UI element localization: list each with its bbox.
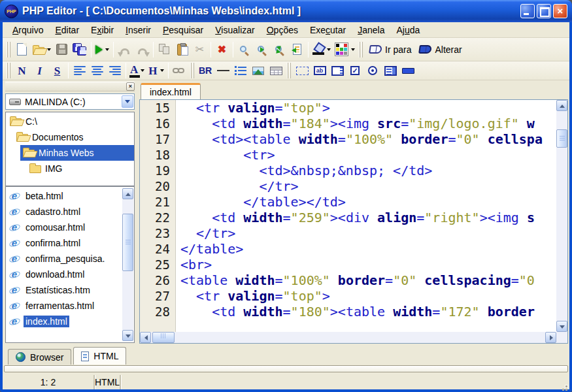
- copy-button[interactable]: [156, 41, 173, 59]
- title-bar[interactable]: PHP PHP Editor - [ C:\Documentos\Minhas …: [0, 0, 572, 22]
- code-editor[interactable]: 15 <tr valign="top">16 <td width="184"><…: [140, 100, 556, 332]
- scroll-track[interactable]: [151, 332, 545, 343]
- menu-item-opc-o-es[interactable]: Opções: [261, 23, 304, 37]
- paste-button[interactable]: [173, 41, 191, 59]
- goto-button[interactable]: Ir para: [365, 41, 415, 59]
- tree-item-img[interactable]: IMG: [27, 161, 134, 176]
- minimize-button[interactable]: [520, 4, 535, 18]
- menu-item-exibir[interactable]: Exibir: [85, 23, 120, 37]
- find-in-files-button[interactable]: [288, 41, 306, 59]
- toolbar-gripper[interactable]: [359, 42, 363, 57]
- code-line-18[interactable]: 18 <tr>: [140, 147, 556, 163]
- scroll-right-button[interactable]: [545, 332, 556, 343]
- file-item-ferramentas-html[interactable]: eferramentas.html: [6, 298, 122, 314]
- toolbar-gripper[interactable]: [287, 63, 292, 78]
- align-left-button[interactable]: [71, 61, 88, 80]
- bold-button[interactable]: N: [13, 61, 31, 80]
- tree-item-minhas-webs[interactable]: Minhas Webs: [20, 145, 134, 161]
- toolbar-gripper[interactable]: [190, 63, 195, 78]
- code-line-21[interactable]: 21 </table></td>: [140, 194, 556, 210]
- align-center-button[interactable]: [88, 61, 106, 80]
- checkbox-button[interactable]: ✓: [346, 61, 364, 80]
- textarea-button[interactable]: [329, 61, 346, 80]
- code-line-17[interactable]: 17 <td><table width="100%" border="0" ce…: [140, 131, 556, 147]
- drive-selector[interactable]: MAILINDA (C:): [5, 93, 135, 110]
- code-line-24[interactable]: 24</table>: [140, 241, 556, 257]
- save-button[interactable]: [53, 41, 71, 59]
- file-item-download-html[interactable]: edownload.html: [6, 267, 122, 282]
- drive-dropdown-button[interactable]: [122, 95, 133, 108]
- image-button[interactable]: [250, 61, 267, 80]
- code-line-19[interactable]: 19 <td>&nbsp;&nbsp; </td>: [140, 163, 556, 178]
- code-line-23[interactable]: 23 </tr>: [140, 225, 556, 241]
- line-break-button[interactable]: BR: [197, 61, 214, 80]
- code-line-25[interactable]: 25<br>: [140, 257, 556, 272]
- menu-item-executar[interactable]: Executar: [304, 23, 352, 37]
- underline-button[interactable]: S: [48, 61, 66, 80]
- push-button-button[interactable]: [399, 61, 417, 80]
- file-item-cadastro-html[interactable]: ecadastro.html: [6, 204, 122, 220]
- menu-item-pesquisar[interactable]: Pesquisar: [157, 23, 209, 37]
- redo-button[interactable]: [133, 41, 151, 59]
- run-button[interactable]: [93, 41, 111, 59]
- scroll-down-button[interactable]: [556, 321, 567, 332]
- form-button[interactable]: [294, 61, 311, 80]
- font-color-button[interactable]: A: [128, 61, 146, 80]
- find-next-button[interactable]: [253, 41, 271, 59]
- scroll-thumb[interactable]: [152, 332, 175, 343]
- menu-item-ajuda[interactable]: Ajuda: [390, 23, 426, 37]
- close-button[interactable]: ×: [553, 4, 567, 18]
- code-line-27[interactable]: 27 <tr valign="top">: [140, 288, 556, 304]
- file-item-index-html[interactable]: eindex.html: [6, 314, 122, 329]
- sidebar-close-button[interactable]: ×: [126, 82, 135, 91]
- cut-button[interactable]: ✂: [191, 41, 209, 59]
- heading-button[interactable]: H: [146, 61, 165, 80]
- menu-item-arquivo[interactable]: Arquivo: [7, 23, 49, 37]
- link-button[interactable]: [171, 61, 188, 80]
- file-item-estati-sticas-htm[interactable]: eEstatísticas.htm: [6, 282, 122, 298]
- maximize-button[interactable]: [537, 4, 551, 18]
- code-line-16[interactable]: 16 <td width="184"><img src="img/logo.gi…: [140, 116, 556, 131]
- tab-browser[interactable]: Browser: [8, 349, 71, 365]
- listbox-button[interactable]: [382, 61, 399, 80]
- code-line-22[interactable]: 22 <td width="259"><div align="right"><i…: [140, 210, 556, 225]
- tab-index-html[interactable]: index.html: [141, 83, 201, 99]
- change-button[interactable]: Alterar: [415, 41, 465, 59]
- align-right-button[interactable]: [106, 61, 124, 80]
- code-line-26[interactable]: 26<table width="100%" border="0" cellspa…: [140, 272, 556, 288]
- scroll-track[interactable]: [556, 111, 567, 321]
- text-input-button[interactable]: ab: [311, 61, 329, 80]
- italic-button[interactable]: I: [31, 61, 48, 80]
- list-button[interactable]: [232, 61, 250, 80]
- resize-grip[interactable]: [560, 380, 569, 389]
- fill-color-button[interactable]: [311, 41, 333, 59]
- menu-item-visualizar[interactable]: Visualizar: [209, 23, 260, 37]
- menu-item-editar[interactable]: Editar: [49, 23, 85, 37]
- radio-button[interactable]: [364, 61, 382, 80]
- menu-item-inserir[interactable]: Inserir: [120, 23, 157, 37]
- toolbar-gripper[interactable]: [7, 63, 11, 78]
- save-all-button[interactable]: [71, 41, 89, 59]
- replace-button[interactable]: [271, 41, 288, 59]
- tab-html[interactable]: HTML: [73, 347, 126, 365]
- file-item-confirma-html[interactable]: econfirma.html: [6, 235, 122, 251]
- menu-item-janela[interactable]: Janela: [352, 23, 390, 37]
- file-item-comousar-html[interactable]: ecomousar.html: [6, 220, 122, 235]
- scroll-left-button[interactable]: [140, 332, 151, 343]
- table-button[interactable]: [267, 61, 285, 80]
- tree-item-c[interactable]: C:\: [7, 114, 134, 129]
- new-file-button[interactable]: [13, 41, 31, 59]
- code-line-28[interactable]: 28 <td width="180"><table width="172" bo…: [140, 304, 556, 319]
- scroll-up-button[interactable]: [556, 100, 567, 111]
- palette-button[interactable]: [333, 41, 357, 59]
- scroll-down-button[interactable]: [122, 330, 133, 341]
- scroll-track[interactable]: [122, 199, 133, 330]
- scroll-up-button[interactable]: [122, 188, 133, 199]
- code-line-15[interactable]: 15 <tr valign="top">: [140, 100, 556, 116]
- scroll-thumb[interactable]: [122, 214, 133, 271]
- code-line-20[interactable]: 20 </tr>: [140, 178, 556, 194]
- horizontal-rule-button[interactable]: [214, 61, 232, 80]
- open-file-button[interactable]: [31, 41, 53, 59]
- scroll-thumb[interactable]: [556, 129, 567, 148]
- tree-item-documentos[interactable]: Documentos: [14, 129, 134, 145]
